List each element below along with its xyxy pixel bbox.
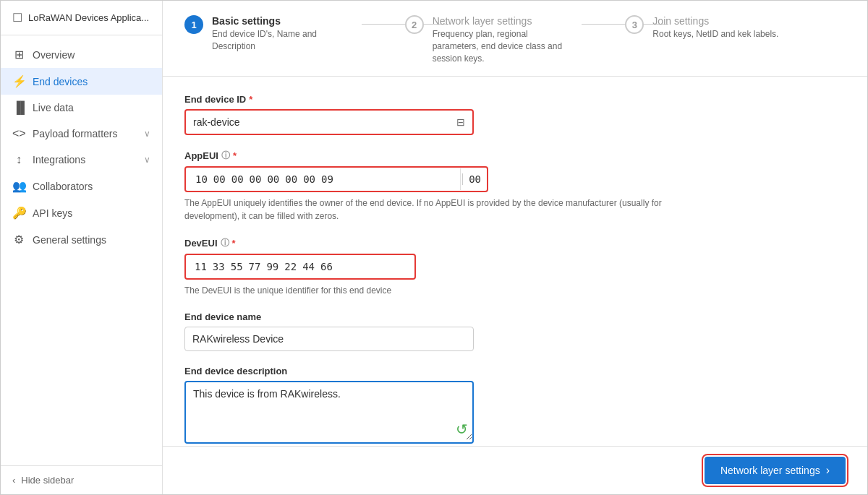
end-device-id-input-box[interactable]: ⊟ — [184, 109, 474, 135]
step-1-info: Basic settings End device ID's, Name and… — [212, 15, 342, 53]
step-3: 3 Join settings Root keys, NetID and kek… — [625, 15, 846, 40]
appeui-seg-1: 00 — [211, 173, 228, 185]
deveui-seg-7: 66 — [320, 261, 333, 272]
collaborators-icon: 👥 — [12, 179, 25, 193]
device-name-group: End device name — [184, 311, 846, 351]
step-1-circle: 1 — [184, 15, 203, 34]
end-device-id-group: End device ID * ⊟ — [184, 94, 846, 135]
deveui-group: DevEUI ⓘ * 11 33 55 77 99 22 44 66 The D… — [184, 237, 846, 297]
deveui-input[interactable]: 11 33 55 77 99 22 44 66 — [184, 254, 416, 280]
chevron-right-icon: › — [826, 464, 830, 477]
required-marker: * — [249, 94, 252, 105]
device-desc-wrapper: This device is from RAKwireless. ↺ — [184, 381, 474, 444]
app-icon: ☐ — [12, 11, 22, 25]
device-desc-group: End device description This device is fr… — [184, 366, 846, 446]
generate-icon[interactable]: ⊟ — [456, 116, 465, 128]
payload-icon: <> — [12, 127, 25, 140]
appeui-input[interactable]: 10 00 00 00 00 00 00 09 00 — [184, 166, 488, 192]
deveui-seg-1: 33 — [213, 261, 225, 272]
appeui-seg-4: 00 — [265, 173, 281, 185]
deveui-seg-3: 77 — [249, 261, 261, 272]
overview-icon: ⊞ — [12, 48, 25, 61]
step-2-circle: 2 — [405, 15, 424, 34]
hide-sidebar-button[interactable]: ‹ Hide sidebar — [1, 465, 162, 494]
sidebar: ☐ LoRaWAN Devices Applica... ⊞ Overview … — [1, 1, 163, 494]
sidebar-item-collaborators[interactable]: 👥 Collaborators — [1, 173, 162, 199]
appeui-label: AppEUI ⓘ * — [184, 150, 846, 162]
bottom-bar: Network layer settings › — [163, 446, 867, 494]
device-name-label: End device name — [184, 311, 846, 322]
step-3-info: Join settings Root keys, NetID and kek l… — [652, 15, 778, 40]
end-device-id-label: End device ID * — [184, 94, 846, 105]
deveui-info-icon[interactable]: ⓘ — [221, 237, 229, 249]
appeui-hint: The AppEUI uniquely identifies the owner… — [184, 197, 676, 223]
general-settings-icon: ⚙ — [12, 233, 25, 246]
appeui-seg-5: 00 — [283, 173, 299, 185]
appeui-seg-0: 10 — [193, 173, 210, 185]
deveui-label: DevEUI ⓘ * — [184, 237, 846, 249]
next-button-label: Network layer settings — [720, 465, 820, 476]
required-marker-2: * — [233, 150, 237, 161]
step-3-circle: 3 — [625, 15, 644, 34]
sidebar-item-live-data[interactable]: ▐▌ Live data — [1, 95, 162, 121]
appeui-seg-7: 09 — [319, 173, 336, 185]
api-keys-icon: 🔑 — [12, 206, 25, 220]
end-devices-icon: ⚡ — [12, 74, 25, 88]
main-content: 1 Basic settings End device ID's, Name a… — [163, 1, 867, 494]
appeui-seg-2: 00 — [229, 173, 246, 185]
app-title: ☐ LoRaWAN Devices Applica... — [1, 1, 162, 35]
appeui-last-seg: 00 — [462, 173, 487, 185]
end-device-id-input[interactable] — [193, 116, 456, 128]
appeui-segments: 10 00 00 00 00 00 00 09 — [186, 168, 459, 191]
sidebar-item-payload-formatters[interactable]: <> Payload formatters ∨ — [1, 121, 162, 147]
expand-icon-integrations: ∨ — [144, 155, 150, 165]
step-2-desc: Frequency plan, regional parameters, end… — [433, 28, 563, 64]
refresh-icon[interactable]: ↺ — [456, 421, 468, 438]
deveui-seg-0: 11 — [195, 261, 207, 272]
sidebar-item-overview[interactable]: ⊞ Overview — [1, 41, 162, 68]
sidebar-item-end-devices[interactable]: ⚡ End devices — [1, 68, 162, 95]
deveui-seg-2: 55 — [231, 261, 243, 272]
sidebar-item-api-keys[interactable]: 🔑 API keys — [1, 199, 162, 226]
sidebar-nav: ⊞ Overview ⚡ End devices ▐▌ Live data <>… — [1, 35, 162, 465]
next-button[interactable]: Network layer settings › — [705, 457, 846, 484]
step-3-label: Join settings — [652, 15, 778, 27]
device-desc-input[interactable]: This device is from RAKwireless. — [186, 382, 472, 440]
sidebar-item-integrations[interactable]: ↕ Integrations ∨ — [1, 147, 162, 173]
step-2-info: Network layer settings Frequency plan, r… — [433, 15, 563, 64]
stepper: 1 Basic settings End device ID's, Name a… — [163, 1, 867, 77]
appeui-group: AppEUI ⓘ * 10 00 00 00 00 00 00 09 — [184, 150, 846, 223]
appeui-separator — [460, 168, 461, 190]
required-marker-3: * — [232, 238, 236, 249]
step-1-label: Basic settings — [212, 15, 342, 27]
deveui-hint: The DevEUI is the unique identifier for … — [184, 284, 676, 297]
expand-icon: ∨ — [144, 129, 150, 139]
deveui-seg-5: 22 — [284, 261, 297, 272]
device-name-input[interactable] — [184, 327, 474, 351]
step-1-desc: End device ID's, Name and Description — [212, 28, 342, 53]
step-3-desc: Root keys, NetID and kek labels. — [652, 28, 778, 40]
step-2-label: Network layer settings — [433, 15, 563, 27]
appeui-seg-6: 00 — [301, 173, 318, 185]
deveui-seg-6: 44 — [302, 261, 315, 272]
integrations-icon: ↕ — [12, 153, 25, 166]
step-2: 2 Network layer settings Frequency plan,… — [405, 15, 626, 64]
sidebar-item-general-settings[interactable]: ⚙ General settings — [1, 226, 162, 253]
appeui-seg-3: 00 — [247, 173, 264, 185]
device-desc-label: End device description — [184, 366, 846, 376]
form-area: End device ID * ⊟ AppEUI ⓘ * 10 — [163, 77, 867, 446]
live-data-icon: ▐▌ — [12, 101, 25, 114]
deveui-seg-4: 99 — [266, 261, 278, 272]
step-1: 1 Basic settings End device ID's, Name a… — [184, 15, 405, 53]
chevron-left-icon: ‹ — [12, 475, 15, 486]
appeui-info-icon[interactable]: ⓘ — [221, 150, 230, 162]
